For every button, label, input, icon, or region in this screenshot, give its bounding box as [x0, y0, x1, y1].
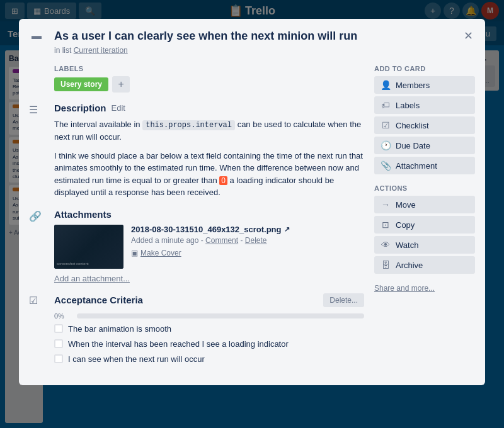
cover-icon: ▣ — [131, 249, 138, 257]
modal-subtitle: in list Current iteration — [54, 46, 460, 55]
modal-title: As a user I can clearly see when the nex… — [54, 29, 460, 43]
code-snippet: this.props.interval — [142, 120, 235, 130]
progress-bar-background — [77, 313, 364, 318]
archive-button[interactable]: 🗄 Archive — [374, 256, 475, 274]
modal-overlay: ▬ As a user I can clearly see when the n… — [0, 0, 504, 428]
comment-link[interactable]: Comment — [205, 236, 238, 245]
delete-link[interactable]: Delete — [245, 236, 267, 245]
checklist-header-row: Acceptance Criteria Delete... — [29, 293, 364, 307]
description-section: ☰ Description Edit The interval availabl… — [29, 103, 364, 199]
copy-button[interactable]: ⊡ Copy — [374, 216, 475, 234]
archive-icon: 🗄 — [381, 260, 391, 270]
attachments-section: 🔗 Attachments screenshot content 2018- — [29, 209, 364, 283]
checklist-item: The bar animation is smooth — [54, 324, 364, 335]
checklist-title: Acceptance Criteria — [54, 295, 143, 305]
attachment-button[interactable]: 📎 Attachment — [374, 157, 475, 174]
description-edit-link[interactable]: Edit — [112, 103, 125, 113]
make-cover-button[interactable]: ▣ Make Cover — [131, 249, 181, 257]
label-tag-userstory[interactable]: Usery story — [54, 77, 108, 91]
description-title: Description — [29, 103, 106, 113]
description-icon: ☰ — [29, 104, 38, 116]
attachment-thumbnail: screenshot content — [54, 225, 123, 269]
card-modal: ▬ As a user I can clearly see when the n… — [19, 19, 485, 385]
checklist-item-text-3: I can see when the next run will occur — [68, 354, 205, 365]
move-icon: → — [381, 200, 391, 210]
card-icon: ▬ — [32, 30, 42, 42]
list-link[interactable]: Current iteration — [74, 46, 128, 55]
description-content: The interval available in this.props.int… — [29, 118, 364, 199]
labels-icon: 🏷 — [381, 100, 391, 110]
actions-section: ACTIONS → Move ⊡ Copy 👁 Watch 🗄 — [374, 184, 475, 274]
checklist-button[interactable]: ☑ Checklist — [374, 116, 475, 134]
due-date-icon: 🕐 — [381, 140, 391, 150]
labels-button[interactable]: 🏷 Labels — [374, 96, 475, 114]
description-header-row: Description Edit — [29, 103, 364, 113]
attachment-icon: 📎 — [381, 160, 391, 171]
actions-title: ACTIONS — [374, 184, 475, 192]
modal-body: LABELS Usery story + ☰ Description Edit — [19, 60, 485, 385]
checklist-icon: ☑ — [29, 295, 38, 307]
close-modal-button[interactable]: ✕ — [459, 26, 478, 45]
checklist-item-text-1: The bar animation is smooth — [68, 324, 171, 335]
highlight-zero: 0 — [219, 176, 227, 185]
members-icon: 👤 — [381, 80, 391, 90]
checklist-checkbox-3[interactable] — [54, 354, 63, 363]
watch-button[interactable]: 👁 Watch — [374, 236, 475, 254]
add-attachment-link[interactable]: Add an attachment... — [29, 274, 364, 283]
watch-icon: 👁 — [381, 240, 391, 250]
attachment-info: 2018-08-30-131510_469x132_scrot.png ↗ Ad… — [131, 225, 364, 269]
copy-icon: ⊡ — [381, 220, 391, 230]
labels-section: LABELS Usery story + — [29, 65, 364, 93]
progress-percentage: 0% — [54, 312, 72, 320]
acceptance-criteria-section: ☑ Acceptance Criteria Delete... 0% — [29, 293, 364, 366]
add-to-card-title: ADD TO CARD — [374, 65, 475, 72]
add-to-card-section: ADD TO CARD 👤 Members 🏷 Labels ☑ Checkli… — [374, 65, 475, 174]
checklist-delete-button[interactable]: Delete... — [323, 293, 364, 307]
attachment-meta: Added a minute ago - Comment - Delete — [131, 236, 364, 245]
checklist-sidebar-icon: ☑ — [381, 120, 391, 130]
attachment-item: screenshot content 2018-08-30-131510_469… — [29, 225, 364, 269]
checklist-item: When the interval has been reached I see… — [54, 339, 364, 350]
modal-sidebar: ADD TO CARD 👤 Members 🏷 Labels ☑ Checkli… — [374, 65, 475, 375]
checklist-items: The bar animation is smooth When the int… — [29, 324, 364, 366]
checklist-checkbox-2[interactable] — [54, 339, 63, 348]
modal-main-content: LABELS Usery story + ☰ Description Edit — [29, 65, 364, 375]
checklist-item: I can see when the next run will occur — [54, 354, 364, 365]
add-label-button[interactable]: + — [112, 76, 130, 93]
members-button[interactable]: 👤 Members — [374, 76, 475, 94]
checklist-checkbox-1[interactable] — [54, 324, 63, 333]
labels-header: LABELS — [54, 65, 364, 72]
due-date-button[interactable]: 🕐 Due Date — [374, 137, 475, 154]
modal-header: ▬ As a user I can clearly see when the n… — [19, 19, 485, 60]
labels-row: Usery story + — [54, 76, 364, 93]
attachment-filename: 2018-08-30-131510_469x132_scrot.png ↗ — [131, 225, 364, 234]
checklist-item-text-2: When the interval has been reached I see… — [68, 339, 289, 350]
share-link[interactable]: Share and more... — [374, 284, 475, 293]
external-link-icon: ↗ — [284, 225, 290, 234]
attachments-icon: 🔗 — [29, 210, 42, 222]
progress-row: 0% — [29, 312, 364, 320]
attachments-header-row: Attachments — [29, 209, 364, 220]
move-button[interactable]: → Move — [374, 196, 475, 213]
